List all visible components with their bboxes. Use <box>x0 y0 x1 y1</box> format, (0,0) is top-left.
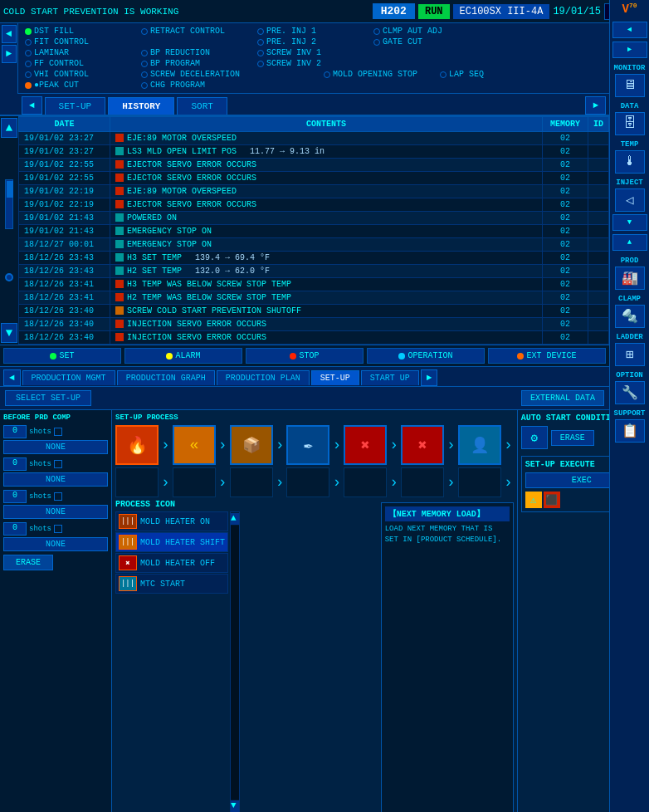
sidebar-arrow-right[interactable]: ► <box>612 42 647 58</box>
history-scroll-down[interactable]: ▼ <box>1 323 17 343</box>
table-row[interactable]: 19/01/02 23:27EJE:89 MOTOR OVERSPEED02 <box>19 132 609 145</box>
left-arrow-up[interactable]: ◄ <box>2 25 17 43</box>
auto-erase-button[interactable]: ERASE <box>551 430 594 446</box>
process-icon-3[interactable]: 📦 <box>230 425 273 465</box>
bottom-tab-arrow-right[interactable]: ► <box>421 369 438 386</box>
table-row[interactable]: 19/01/02 21:43POWERED ON02 <box>19 212 609 225</box>
ladder-icon[interactable]: ⊞ <box>615 343 645 366</box>
left-arrow-down[interactable]: ► <box>2 45 17 63</box>
arrow-3: › <box>276 437 285 453</box>
tab-arrow-right[interactable]: ► <box>585 96 606 115</box>
tab-sort[interactable]: SORT <box>177 97 227 115</box>
tab-prod-graph[interactable]: PRODUCTION GRAPH <box>117 370 215 385</box>
shot-input-1[interactable]: 0 <box>3 425 27 438</box>
sidebar-section-ladder: LADDER <box>616 333 642 341</box>
process-icon-1[interactable]: 🔥 <box>115 425 159 465</box>
table-row[interactable]: 18/12/26 23:41H2 TEMP WAS BELOW SCREW ST… <box>19 291 609 305</box>
table-row[interactable]: 19/01/02 22:19EJECTOR SERVO ERROR OCCURS… <box>19 198 609 212</box>
status-ext[interactable]: EXT DEVICE <box>488 348 606 364</box>
scroll-thumb <box>7 181 13 198</box>
table-row[interactable]: 18/12/26 23:40INJECTION SERVO ERROR OCCU… <box>19 331 609 345</box>
cell-date: 18/12/26 23:40 <box>19 331 110 345</box>
list-scroll-down-btn[interactable]: ▼ <box>231 800 239 812</box>
shot-check-1[interactable] <box>54 428 62 436</box>
table-row[interactable]: 19/01/02 22:19EJE:89 MOTOR OVERSPEED02 <box>19 185 609 198</box>
clamp-icon[interactable]: 🔩 <box>615 305 645 328</box>
list-scroll-up-btn[interactable]: ▲ <box>231 513 239 525</box>
tab-arrow-left[interactable]: ◄ <box>22 96 42 115</box>
table-row[interactable]: 19/01/02 22:55EJECTOR SERVO ERROR OCCURS… <box>19 159 609 172</box>
shot-input-2[interactable]: 0 <box>3 457 27 471</box>
tab-prod-mgmt[interactable]: PRODUCTION MGMT <box>22 370 115 385</box>
none-btn-1[interactable]: NONE <box>3 440 108 454</box>
bottom-tab-arrow-left[interactable]: ◄ <box>3 369 21 386</box>
table-row[interactable]: 19/01/02 23:27LS3 MLD OPEN LIMIT POS11.7… <box>19 145 609 159</box>
shot-check-3[interactable] <box>54 492 62 501</box>
process-icon-5[interactable]: ✖ <box>344 425 387 465</box>
cell-memory: 02 <box>542 159 588 172</box>
flags-section-wrap: ◄ ► DST FILL RETRACT CONTROL PRE. INJ 1 <box>0 23 609 94</box>
table-row[interactable]: 18/12/26 23:40INJECTION SERVO ERROR OCCU… <box>19 318 609 331</box>
none-btn-4[interactable]: NONE <box>3 537 108 551</box>
process-item-mold-off[interactable]: ✖ MOLD HEATER OFF <box>115 553 228 573</box>
cell-content: LS3 MLD OPEN LIMIT POS11.77 → 9.13 in <box>110 145 543 159</box>
table-row[interactable]: 18/12/27 00:01EMERGENCY STOP ON02 <box>19 238 609 252</box>
scroll-dot <box>5 273 13 281</box>
status-set[interactable]: SET <box>3 348 121 364</box>
option-icon[interactable]: 🔧 <box>615 381 645 404</box>
prod-icon[interactable]: 🏭 <box>615 267 645 290</box>
tab-setup-bottom[interactable]: SET-UP <box>311 370 359 385</box>
data-icon[interactable]: 🗄 <box>615 112 645 135</box>
monitor-icon[interactable]: 🖥 <box>615 74 645 97</box>
support-icon[interactable]: 📋 <box>615 419 645 443</box>
table-row[interactable]: 18/12/26 23:43H2 SET TEMP132.0 → 62.0 °F… <box>19 265 609 278</box>
sidebar-arrow-down[interactable]: ▼ <box>612 214 647 231</box>
process-item-mtc[interactable]: ||| MTC START <box>115 574 228 594</box>
history-scroll-up[interactable]: ▲ <box>1 118 17 138</box>
table-row[interactable]: 18/12/26 23:43H3 SET TEMP139.4 → 69.4 °F… <box>19 252 609 265</box>
table-row[interactable]: 19/01/02 21:43EMERGENCY STOP ON02 <box>19 225 609 238</box>
inject-icon[interactable]: ◁ <box>615 188 645 212</box>
process-icon-list-wrap: ||| MOLD HEATER ON ||| MOLD HEATER SHIFT <box>115 511 378 812</box>
table-row[interactable]: 19/01/02 22:55EJECTOR SERVO ERROR OCCURS… <box>19 172 609 185</box>
shot-check-4[interactable] <box>54 525 62 533</box>
setup-process-area: SET-UP PROCESS 🔥 › « › 📦 › ✒ › <box>112 410 517 812</box>
external-data-button[interactable]: EXTERNAL DATA <box>521 390 604 406</box>
process-icon-2[interactable]: « <box>173 425 216 465</box>
process-item-mold-shift[interactable]: ||| MOLD HEATER SHIFT <box>115 532 228 552</box>
history-table: DATE CONTENTS MEMORY ID 19/01/02 23:27EJ… <box>18 116 609 345</box>
process-item-mold-on[interactable]: ||| MOLD HEATER ON <box>115 511 228 531</box>
tab-prod-plan[interactable]: PRODUCTION PLAN <box>217 370 310 385</box>
gear-icon[interactable]: ⚙ <box>521 426 548 449</box>
shot-input-3[interactable]: 0 <box>3 490 27 503</box>
flag-empty1 <box>138 37 254 47</box>
status-stop[interactable]: STOP <box>246 348 364 364</box>
shot-input-4[interactable]: 0 <box>3 522 27 536</box>
run-status: RUN <box>418 4 450 19</box>
none-btn-2[interactable]: NONE <box>3 472 108 487</box>
before-prd-erase[interactable]: ERASE <box>3 555 53 570</box>
status-alarm[interactable]: ALARM <box>124 348 242 364</box>
shot-row-2: 0 shots <box>3 457 108 471</box>
sidebar-section-data: DATA <box>621 102 639 110</box>
select-setup-label[interactable]: SELECT SET-UP <box>5 390 91 406</box>
status-operation[interactable]: OPERATION <box>367 348 485 364</box>
process-icon-6[interactable]: ✖ <box>401 425 444 465</box>
sidebar-arrow-left[interactable]: ◄ <box>612 22 647 38</box>
tab-start-up[interactable]: START UP <box>361 370 419 385</box>
flag-dot-laminar <box>25 50 32 56</box>
process-icon-4[interactable]: ✒ <box>286 425 329 465</box>
cell-content: EJECTOR SERVO ERROR OCCURS <box>110 159 543 172</box>
cell-content: EMERGENCY STOP ON <box>110 238 543 252</box>
none-btn-3[interactable]: NONE <box>3 505 108 519</box>
shot-check-2[interactable] <box>54 460 62 468</box>
table-row[interactable]: 18/12/26 23:41H3 TEMP WAS BELOW SCREW ST… <box>19 278 609 291</box>
tab-setup[interactable]: SET-UP <box>45 97 106 115</box>
table-row[interactable]: 18/12/26 23:40SCREW COLD START PREVENTIO… <box>19 305 609 318</box>
flag-dot-pre1 <box>257 28 264 35</box>
tab-history[interactable]: HISTORY <box>108 97 174 115</box>
process-icon-7[interactable]: 👤 <box>458 425 501 465</box>
flag-dot-ff <box>25 61 32 67</box>
temp-icon[interactable]: 🌡 <box>615 150 645 174</box>
sidebar-arrow-up2[interactable]: ▲ <box>612 234 647 251</box>
